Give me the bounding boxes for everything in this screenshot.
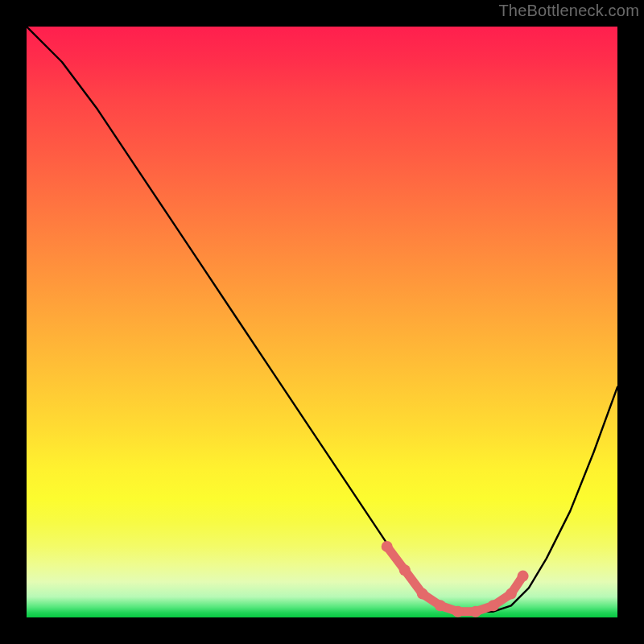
optimal-band-dots: [382, 541, 529, 617]
optimal-band-dot: [506, 588, 517, 600]
watermark-text: TheBottleneck.com: [498, 2, 639, 20]
optimal-band-path: [387, 547, 523, 612]
optimal-band-dot: [518, 571, 529, 582]
optimal-band-dot: [452, 606, 464, 617]
optimal-band-dot: [417, 588, 428, 600]
chart-canvas: TheBottleneck.com: [0, 0, 644, 644]
optimal-band-dot: [470, 606, 481, 617]
curve-layer: [27, 27, 617, 617]
plot-area: [27, 27, 617, 617]
optimal-band-dot: [488, 600, 499, 611]
optimal-band-dot: [382, 541, 393, 552]
optimal-band-dot: [435, 600, 446, 611]
optimal-band-dot: [399, 564, 411, 576]
bottleneck-curve-path: [27, 27, 617, 612]
